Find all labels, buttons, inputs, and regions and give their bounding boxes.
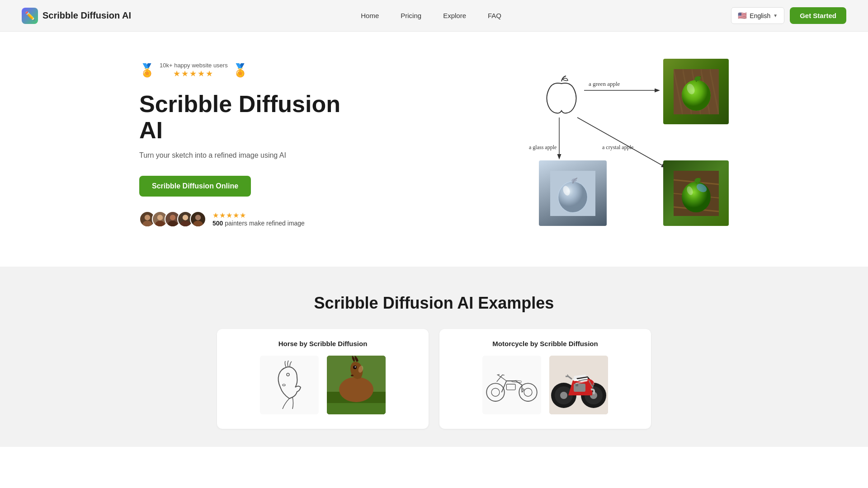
- motorcycle-images: [450, 356, 640, 414]
- main-nav: Home Pricing Explore FAQ: [361, 12, 501, 20]
- svg-point-6: [183, 215, 188, 220]
- hero-badge: 🏅 10k+ happy website users ★★★★★ 🏅: [139, 62, 365, 79]
- motorcycle-example-card: Motorcycle by Scribble Diffusion: [439, 329, 651, 429]
- proof-count: 500: [212, 220, 223, 227]
- hero-content: 🏅 10k+ happy website users ★★★★★ 🏅 Scrib…: [118, 32, 750, 267]
- sketch-apple: [539, 72, 584, 117]
- hero-title: Scribble Diffusion AI: [139, 91, 365, 143]
- svg-point-5: [168, 221, 177, 227]
- navbar-right: 🇺🇸 English ▼ Get Started: [731, 7, 846, 24]
- language-flag: 🇺🇸: [738, 11, 747, 20]
- nav-faq[interactable]: FAQ: [488, 12, 501, 19]
- svg-point-42: [355, 366, 356, 368]
- diagram-canvas: a green apple a glass apple a crystal ap…: [525, 59, 729, 230]
- nav-home[interactable]: Home: [361, 12, 379, 19]
- examples-grid: Horse by Scribble Diffusion: [217, 329, 651, 429]
- avatar: [190, 211, 206, 227]
- svg-point-0: [145, 215, 150, 220]
- avatar-group: [139, 211, 206, 227]
- svg-point-25: [558, 182, 587, 212]
- svg-point-43: [351, 375, 354, 376]
- svg-point-49: [524, 388, 532, 396]
- svg-rect-45: [327, 403, 386, 414]
- badge-text: 10k+ happy website users: [160, 62, 228, 69]
- svg-point-32: [682, 182, 711, 212]
- navbar: ✏️ Scribble Diffusion AI Home Pricing Ex…: [0, 0, 868, 32]
- language-selector[interactable]: 🇺🇸 English ▼: [731, 7, 784, 24]
- brand-icon: ✏️: [22, 8, 38, 24]
- proof-text: 500 painters make refined image: [212, 220, 305, 227]
- motorcycle-sketch: [482, 356, 541, 414]
- svg-point-47: [491, 388, 500, 396]
- motorcycle-card-title: Motorcycle by Scribble Diffusion: [450, 340, 640, 347]
- hero-left: 🏅 10k+ happy website users ★★★★★ 🏅 Scrib…: [139, 62, 365, 227]
- language-label: English: [750, 12, 770, 19]
- horse-result: [327, 356, 386, 414]
- horse-images: [228, 356, 418, 414]
- hero-cta-button[interactable]: Scribble Diffusion Online: [139, 176, 251, 197]
- svg-point-7: [180, 221, 190, 227]
- svg-point-8: [195, 215, 201, 220]
- horse-card-title: Horse by Scribble Diffusion: [228, 340, 418, 347]
- laurel-right-icon: 🏅: [232, 63, 248, 78]
- crystal-apple-image: [663, 160, 729, 226]
- hero-subtitle: Turn your sketch into a refined image us…: [139, 151, 365, 160]
- svg-line-14: [577, 117, 665, 167]
- badge-inner: 10k+ happy website users ★★★★★: [160, 62, 228, 79]
- svg-point-54: [560, 392, 567, 399]
- svg-point-9: [193, 221, 203, 227]
- get-started-button[interactable]: Get Started: [790, 7, 846, 24]
- motorcycle-result: [549, 356, 608, 414]
- svg-point-19: [682, 80, 711, 111]
- motorcycle-sketch-svg: [485, 365, 539, 405]
- svg-point-2: [157, 215, 163, 220]
- brand-label: Scribble Diffusion AI: [42, 10, 131, 21]
- badge-stars: ★★★★★: [160, 69, 228, 79]
- proof-stars: ★★★★★: [212, 211, 305, 220]
- brand-logo[interactable]: ✏️ Scribble Diffusion AI: [22, 8, 131, 24]
- nav-explore[interactable]: Explore: [443, 12, 466, 19]
- laurel-left-icon: 🏅: [139, 63, 155, 78]
- examples-section: Scribble Diffusion AI Examples Horse by …: [0, 267, 868, 447]
- chevron-down-icon: ▼: [773, 13, 778, 18]
- svg-rect-50: [506, 384, 515, 390]
- horse-example-card: Horse by Scribble Diffusion: [217, 329, 429, 429]
- green-apple-image: [663, 59, 729, 124]
- horse-sketch-svg: [264, 360, 314, 410]
- horse-sketch: [260, 356, 319, 414]
- examples-title: Scribble Diffusion AI Examples: [22, 294, 846, 313]
- svg-point-36: [287, 373, 289, 376]
- svg-text:a crystal apple: a crystal apple: [602, 144, 633, 150]
- svg-point-37: [283, 384, 285, 386]
- hero-diagram: a green apple a glass apple a crystal ap…: [525, 59, 729, 230]
- svg-point-3: [155, 221, 165, 227]
- proof-label: painters make refined image: [225, 220, 305, 227]
- svg-text:a glass apple: a glass apple: [529, 144, 557, 150]
- svg-point-1: [142, 221, 152, 227]
- svg-rect-58: [574, 384, 585, 392]
- svg-text:a green apple: a green apple: [589, 80, 620, 87]
- svg-point-4: [170, 215, 175, 220]
- nav-pricing[interactable]: Pricing: [401, 12, 421, 19]
- proof-text-block: ★★★★★ 500 painters make refined image: [212, 211, 305, 227]
- hero-section: 🏅 10k+ happy website users ★★★★★ 🏅 Scrib…: [0, 32, 868, 267]
- glass-apple-image: [539, 160, 607, 226]
- social-proof: ★★★★★ 500 painters make refined image: [139, 211, 365, 227]
